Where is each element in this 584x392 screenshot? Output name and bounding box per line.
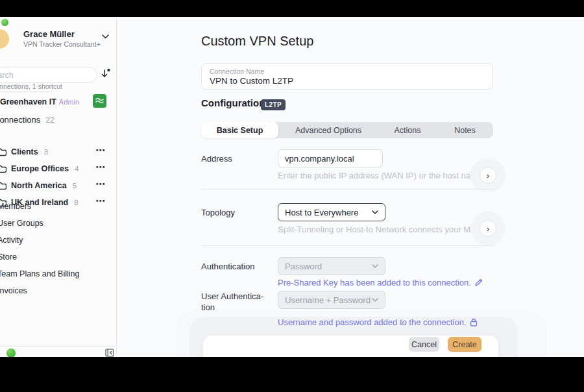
sidebar-item-store[interactable]: Store — [0, 252, 108, 263]
screen: Grace Müller VPN Tracker Consultant+ con… — [0, 0, 584, 392]
authentication-value: Password — [285, 262, 322, 271]
pencil-icon[interactable] — [474, 278, 483, 287]
address-help-text: Enter the public IP address (WAN IP) or … — [278, 171, 491, 180]
sidebar-group-europe-offices[interactable]: Europe Offices4 ••• — [0, 164, 116, 175]
team-admin-badge: Admin — [59, 98, 79, 106]
address-input[interactable] — [278, 149, 383, 167]
tab-notes[interactable]: Notes — [437, 122, 493, 138]
divider — [201, 245, 494, 246]
user-name: Grace Müller — [23, 29, 75, 39]
bottom-letterbox — [0, 357, 584, 392]
connection-status-icon — [6, 349, 16, 357]
user-authentication-select: Username + Password — [278, 291, 385, 309]
top-letterbox — [0, 0, 584, 17]
main-panel: Custom VPN Setup Connection Name VPN to … — [117, 17, 584, 357]
topology-label: Topology — [201, 208, 235, 217]
sidebar-group-north-america[interactable]: North America5 ••• — [0, 180, 116, 192]
cancel-button[interactable]: Cancel — [409, 337, 439, 352]
user-authentication-label: User Authentica- tion — [201, 291, 263, 313]
group-label: Europe Offices4 — [11, 164, 79, 173]
topology-expand-button[interactable]: › — [480, 220, 496, 237]
team-row[interactable]: Greenhaven ITAdmin — [0, 95, 116, 110]
search-input[interactable] — [0, 67, 97, 83]
divider — [201, 189, 494, 190]
connection-name-field[interactable]: Connection Name VPN to Custom L2TP — [201, 63, 493, 90]
team-name: Greenhaven IT — [0, 97, 56, 106]
configuration-heading: Configuration — [201, 97, 265, 108]
authentication-label: Authentication — [201, 262, 254, 271]
chevron-down-icon — [372, 210, 378, 214]
group-label: Clients3 — [11, 147, 48, 156]
team-logo-icon — [93, 94, 106, 108]
connection-name-value: VPN to Custom L2TP — [210, 76, 293, 86]
folder-icon — [0, 181, 6, 190]
app-window: Grace Müller VPN Tracker Consultant+ con… — [0, 17, 584, 357]
topology-select[interactable]: Host to Everywhere — [278, 203, 385, 221]
sidebar-summary: connections, 1 shortcut — [0, 82, 62, 90]
more-options-icon[interactable]: ••• — [96, 180, 106, 188]
user-role: VPN Tracker Consultant+ — [23, 40, 101, 48]
topology-help-text: Split-Tunneling or Host-to Network conne… — [278, 225, 489, 234]
connections-count: 22 — [45, 116, 54, 125]
collapse-sidebar-icon[interactable] — [105, 349, 114, 357]
username-password-link[interactable]: Username and password added to the conne… — [278, 317, 478, 327]
pre-shared-key-text: Pre-Shared Key has been added to this co… — [278, 278, 471, 288]
sidebar-item-user-groups[interactable]: User Groups — [0, 219, 108, 229]
chevron-down-icon[interactable] — [102, 34, 109, 39]
pre-shared-key-link[interactable]: Pre-Shared Key has been added to this co… — [278, 278, 483, 288]
username-password-text: Username and password added to the conne… — [278, 317, 467, 327]
sidebar-item-members[interactable]: Members — [0, 202, 108, 212]
address-expand-button[interactable]: › — [480, 167, 496, 184]
chevron-down-icon — [372, 298, 378, 302]
lock-icon — [470, 318, 478, 326]
connection-name-label: Connection Name — [210, 67, 264, 75]
divider — [0, 346, 116, 347]
sort-icon[interactable] — [101, 68, 111, 80]
authentication-select: Password — [278, 257, 385, 275]
sidebar-item-activity[interactable]: Activity — [0, 236, 108, 246]
sidebar-group-clients[interactable]: Clients3 ••• — [0, 147, 116, 158]
tab-advanced-options[interactable]: Advanced Options — [278, 122, 378, 138]
chevron-down-icon — [372, 264, 378, 268]
online-status-icon — [1, 19, 8, 26]
user-authentication-value: Username + Password — [285, 295, 371, 305]
sidebar-item-team-plans-and-billing[interactable]: Team Plans and Billing — [0, 269, 108, 280]
page-title: Custom VPN Setup — [201, 34, 313, 49]
connections-label: Connections — [0, 115, 40, 125]
tab-basic-setup[interactable]: Basic Setup — [201, 122, 278, 138]
sidebar-section-connections[interactable]: Connections22 — [0, 115, 55, 125]
more-options-icon[interactable]: ••• — [96, 164, 106, 171]
sidebar-item-invoices[interactable]: Invoices — [0, 286, 108, 297]
topology-value: Host to Everywhere — [285, 208, 358, 217]
folder-icon — [0, 147, 6, 156]
create-button[interactable]: Create — [448, 337, 481, 352]
avatar — [0, 29, 9, 49]
sidebar: Grace Müller VPN Tracker Consultant+ con… — [0, 17, 116, 357]
address-label: Address — [201, 154, 232, 164]
more-options-icon[interactable]: ••• — [96, 147, 106, 154]
folder-icon — [0, 164, 6, 173]
protocol-badge: L2TP — [261, 99, 286, 110]
divider — [0, 91, 51, 92]
group-label: North America5 — [11, 181, 77, 190]
configuration-tabs: Basic Setup Advanced Options Actions Not… — [201, 122, 493, 138]
tab-actions[interactable]: Actions — [378, 122, 437, 138]
